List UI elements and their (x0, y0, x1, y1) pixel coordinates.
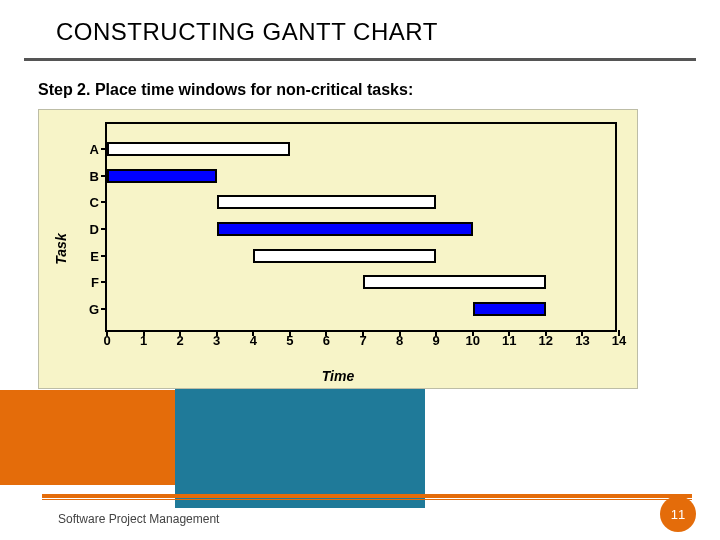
plot-area: ABCDEFG01234567891011121314 (105, 122, 617, 332)
gantt-bar-filled (473, 302, 546, 316)
x-tick-label: 13 (575, 333, 589, 348)
y-tick (101, 201, 107, 203)
y-tick-label: D (79, 222, 99, 237)
x-tick-label: 10 (465, 333, 479, 348)
y-tick-label: C (79, 195, 99, 210)
deco-orange (0, 390, 210, 485)
y-tick-label: G (79, 301, 99, 316)
y-tick-label: B (79, 168, 99, 183)
y-tick-label: F (79, 275, 99, 290)
rule (24, 58, 696, 61)
y-tick (101, 228, 107, 230)
page-number-badge: 11 (660, 496, 696, 532)
footer-rule (42, 494, 692, 500)
x-tick-label: 3 (213, 333, 220, 348)
gantt-bar-open (363, 275, 546, 289)
x-tick-label: 6 (323, 333, 330, 348)
gantt-bar-open (253, 249, 436, 263)
gantt-bar-open (217, 195, 436, 209)
x-tick-label: 7 (359, 333, 366, 348)
gantt-chart: Task Time ABCDEFG01234567891011121314 (38, 109, 638, 389)
page-title: CONSTRUCTING GANTT CHART (56, 18, 720, 46)
x-tick-label: 4 (250, 333, 257, 348)
step-text: Step 2. Place time windows for non-criti… (38, 81, 720, 99)
x-axis-label: Time (39, 368, 637, 384)
y-tick (101, 281, 107, 283)
deco-teal (175, 368, 425, 508)
y-tick-label: A (79, 142, 99, 157)
x-tick-label: 0 (103, 333, 110, 348)
x-tick-label: 12 (539, 333, 553, 348)
x-tick-label: 11 (502, 333, 516, 348)
x-tick-label: 8 (396, 333, 403, 348)
gantt-bar-filled (217, 222, 473, 236)
gantt-bar-filled (107, 169, 217, 183)
gantt-bar-open (107, 142, 290, 156)
y-axis-label: Task (53, 233, 69, 264)
x-tick-label: 1 (140, 333, 147, 348)
y-tick-label: E (79, 248, 99, 263)
x-tick-label: 2 (177, 333, 184, 348)
y-tick (101, 308, 107, 310)
x-tick-label: 14 (612, 333, 626, 348)
x-tick-label: 9 (433, 333, 440, 348)
x-tick-label: 5 (286, 333, 293, 348)
footer-text: Software Project Management (58, 512, 219, 526)
y-tick (101, 255, 107, 257)
